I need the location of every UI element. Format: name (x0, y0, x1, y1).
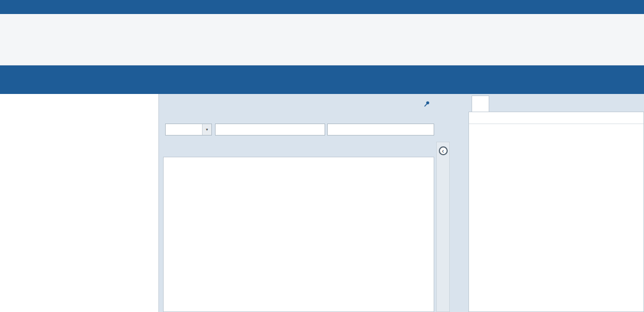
editor-view-tabs (162, 94, 450, 112)
project-explorer-tree (0, 94, 159, 312)
expand-headers-button[interactable]: ‹ (439, 146, 448, 155)
properties-table (468, 112, 644, 312)
pin-icon[interactable] (423, 100, 430, 110)
method-select[interactable]: ▾ (165, 124, 212, 135)
document-tab-bar (0, 78, 644, 94)
main-area: ▾ ‹ (0, 94, 644, 312)
app-window: ▾ ‹ (0, 0, 644, 312)
request-bar: ▾ (162, 112, 450, 142)
ribbon-separator (0, 65, 644, 78)
tab-properties[interactable] (472, 96, 489, 112)
properties-tab-row (468, 94, 644, 112)
headers-collapsed-panel: ‹ (436, 142, 450, 312)
payload-tab-bar (162, 142, 434, 157)
properties-panel (468, 94, 644, 312)
endpoint-input[interactable] (215, 124, 325, 135)
module-editor-panel: ▾ ‹ (159, 94, 450, 312)
ribbon-toolbar (0, 14, 644, 65)
menubar (0, 0, 644, 14)
payload-code-editor[interactable] (163, 157, 434, 312)
resource-input[interactable] (327, 124, 434, 135)
chevron-down-icon: ▾ (202, 124, 211, 135)
properties-table-header (469, 112, 643, 124)
panel-gap (450, 94, 468, 312)
